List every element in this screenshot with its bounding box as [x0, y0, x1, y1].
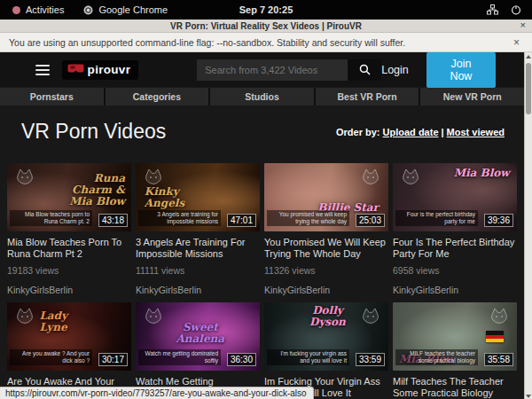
studio-cat-mask-icon	[489, 307, 510, 325]
system-top-bar: Activities Google Chrome Sep 7 20:25	[0, 0, 532, 20]
studio-cat-mask-icon	[360, 168, 381, 185]
focused-app-menu[interactable]: Google Chrome	[83, 4, 168, 15]
thumbnail-performer-name: Lady Lyne	[39, 310, 96, 333]
thumbnail-caption: Mia Blow teaches porn to Runa Charm pt. …	[10, 210, 92, 226]
order-by-label: Order by:	[336, 127, 380, 137]
video-title[interactable]: Milf Teaches The Teacher Some Practical …	[393, 376, 517, 399]
thumbnail-caption: 3 Angels are training for impossible mis…	[138, 210, 221, 226]
video-thumbnail[interactable]: Runa Charm & Mia Blow Mia Blow teaches p…	[7, 163, 131, 231]
duration-badge: 30:17	[98, 353, 128, 366]
power-icon[interactable]	[511, 4, 521, 15]
studio-cat-mask-icon	[360, 307, 381, 325]
video-studio-link[interactable]: KinkyGirlsBerlin	[264, 285, 388, 295]
video-views: 11326 views	[264, 265, 388, 276]
video-card[interactable]: Lady Lyne Are you awake ? And your dick …	[7, 302, 131, 399]
network-icon[interactable]	[487, 4, 498, 15]
site-nav: PornstarsCategoriesStudiosBest VR PornNe…	[0, 88, 524, 106]
search-input[interactable]	[197, 59, 348, 81]
site-logo-text: pirouvr	[88, 63, 131, 76]
video-views: 19183 views	[7, 265, 131, 276]
nav-item-categories[interactable]: Categories	[106, 88, 209, 106]
duration-badge: 35:58	[484, 353, 513, 366]
thumbnail-caption: Are you awake ? And your dick also ?	[10, 349, 92, 365]
studio-cat-mask-icon	[14, 307, 35, 325]
video-studio-link[interactable]: KinkyGirlsBerlin	[136, 285, 260, 295]
video-thumbnail[interactable]: Mia Blow Four is the perfect birthday pa…	[393, 163, 517, 231]
duration-badge: 25:03	[356, 214, 385, 227]
page-scrollbar[interactable]	[524, 52, 532, 399]
nav-item-best-vr-porn[interactable]: Best VR Porn	[316, 88, 419, 106]
video-title[interactable]: Mia Blow Teaches Porn To Runa Charm Pt 2	[7, 237, 131, 260]
video-studio-link[interactable]: KinkyGirlsBerlin	[7, 285, 131, 295]
nav-item-studios[interactable]: Studios	[210, 88, 314, 106]
duration-badge: 39:36	[484, 214, 513, 227]
video-studio-link[interactable]: KinkyGirlsBerlin	[393, 285, 517, 295]
join-now-button[interactable]: Join Now	[426, 52, 496, 88]
nav-item-new-vr-porn[interactable]: New VR Porn	[420, 88, 524, 106]
browser-viewport: pirouvr Login Join Now PornstarsCategori…	[0, 52, 532, 399]
site-logo[interactable]: pirouvr	[62, 60, 139, 80]
video-title[interactable]: You Promised We Will Keep Trying The Who…	[264, 237, 388, 260]
video-title[interactable]: 3 Angels Are Training For Impossible Mis…	[136, 237, 260, 260]
order-by: Order by: Upload date|Most viewed	[336, 127, 505, 137]
order-by-links: Upload date|Most viewed	[383, 127, 505, 137]
studio-cat-mask-icon	[143, 168, 164, 185]
vr-goggles-icon	[67, 64, 84, 74]
video-card[interactable]: Dolly Dyson I'm fucking your virgin ass …	[264, 302, 388, 399]
duration-badge: 36:30	[227, 353, 256, 366]
menu-hamburger-icon[interactable]	[35, 65, 50, 75]
activities-button[interactable]: Activities	[0, 4, 64, 15]
focused-app-label: Google Chrome	[98, 4, 168, 15]
infobar-close-icon[interactable]: ×	[513, 36, 523, 49]
video-thumbnail[interactable]: Mia Blow MILF teaches the teacher some p…	[393, 302, 517, 371]
video-title[interactable]: Four Is The Perfect Birthday Party For M…	[393, 237, 517, 260]
thumbnail-performer-name: Kinky Angels	[145, 186, 213, 209]
video-card[interactable]: Runa Charm & Mia Blow Mia Blow teaches p…	[7, 163, 131, 295]
video-thumbnail[interactable]: Sweet Analena Watch me getting dominated…	[136, 302, 260, 371]
search-button[interactable]	[348, 59, 381, 81]
browser-tab[interactable]: VR Porn: Virtual Reality Sex Videos | Pi…	[0, 20, 532, 33]
thumbnail-caption: Four is the perfect birthday party for m…	[395, 210, 478, 226]
duration-badge: 33:59	[356, 353, 385, 366]
video-thumbnail[interactable]: Lady Lyne Are you awake ? And your dick …	[7, 302, 131, 371]
video-thumbnail[interactable]: Billie Star You promised we will keep tr…	[264, 163, 388, 231]
page-title: VR Porn Videos	[21, 120, 166, 144]
video-card[interactable]: Kinky Angels 3 Angels are training for i…	[136, 163, 260, 295]
order-by-separator: |	[442, 127, 444, 137]
video-thumbnail[interactable]: Kinky Angels 3 Angels are training for i…	[136, 163, 260, 231]
activities-indicator-icon	[12, 6, 20, 14]
order-by-option-upload-date[interactable]: Upload date	[383, 127, 439, 137]
video-card[interactable]: Sweet Analena Watch me getting dominated…	[136, 302, 260, 399]
thumbnail-caption: You promised we will keep trying the who…	[267, 210, 349, 226]
video-thumbnail[interactable]: Dolly Dyson I'm fucking your virgin ass …	[264, 302, 388, 371]
chrome-icon	[83, 5, 93, 15]
order-by-option-most-viewed[interactable]: Most viewed	[447, 127, 505, 137]
search-icon	[359, 64, 371, 75]
site-header: pirouvr Login Join Now	[0, 52, 524, 87]
page-head: VR Porn Videos Order by: Upload date|Mos…	[0, 106, 524, 163]
thumbnail-performer-name: Mia Blow	[449, 168, 510, 179]
chrome-infobar: You are using an unsupported command-lin…	[0, 33, 532, 52]
clock: Sep 7 20:25	[0, 4, 532, 15]
thumbnail-caption: I'm fucking your virgin ass and you will…	[267, 349, 349, 365]
duration-badge: 43:18	[98, 214, 128, 227]
thumbnail-caption: MILF teaches the teacher some practical …	[395, 349, 478, 365]
video-views: 6958 views	[393, 265, 517, 276]
login-link[interactable]: Login	[381, 64, 409, 76]
nav-item-pornstars[interactable]: Pornstars	[0, 88, 104, 106]
scrollbar-down-icon[interactable]	[525, 392, 532, 399]
status-url-bubble: https://pirouvr.com/vr-porn-video/779325…	[0, 387, 314, 399]
search-bar	[197, 59, 381, 81]
video-card[interactable]: Billie Star You promised we will keep tr…	[264, 163, 388, 295]
scrollbar-thumb[interactable]	[526, 63, 531, 114]
duration-badge: 47:01	[227, 214, 256, 227]
activities-label: Activities	[26, 4, 64, 15]
thumbnail-performer-name: Sweet Analena	[160, 322, 240, 345]
video-card[interactable]: Mia Blow Four is the perfect birthday pa…	[393, 163, 517, 295]
studio-cat-mask-icon	[400, 168, 421, 185]
scrollbar-up-icon[interactable]	[525, 52, 532, 60]
german-flag-icon	[486, 331, 504, 342]
tab-title: VR Porn: Virtual Reality Sex Videos | Pi…	[170, 21, 362, 31]
tab-close-icon[interactable]: ×	[520, 20, 526, 31]
video-card[interactable]: Mia Blow MILF teaches the teacher some p…	[393, 302, 517, 399]
